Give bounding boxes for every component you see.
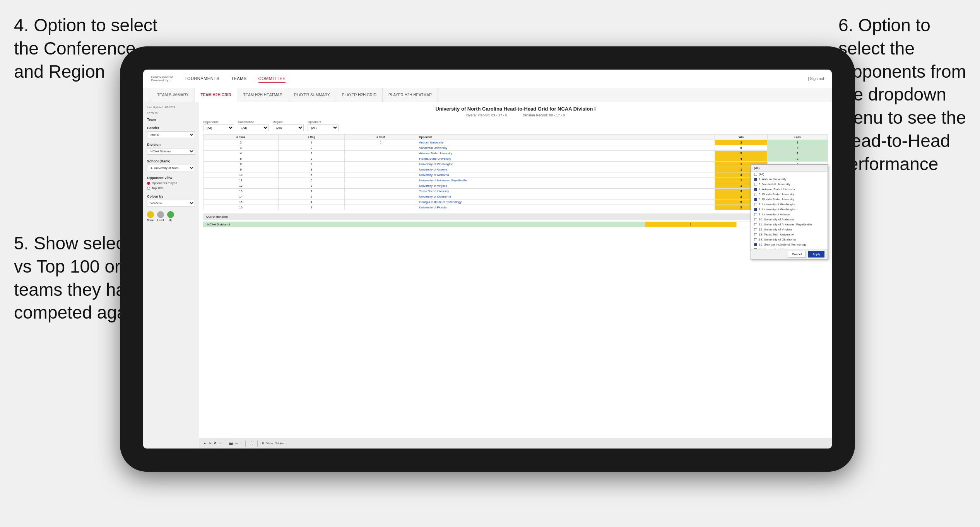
dropdown-item[interactable]: 15. Georgia Institute of Technology xyxy=(751,242,828,247)
dropdown-item[interactable]: 10. University of Alabama xyxy=(751,217,828,222)
cell-rank: 13 xyxy=(204,189,279,194)
overall-record-value: 89 - 17 - 0 xyxy=(491,113,507,117)
subnav-team-h2h-heatmap[interactable]: TEAM H2H HEATMAP xyxy=(237,88,288,102)
dropdown-item[interactable]: 11. University of Arkansas, Fayetteville xyxy=(751,222,828,227)
toolbar-home-icon[interactable]: ⌂ xyxy=(219,442,221,445)
out-division-header: Out of division xyxy=(203,213,828,220)
cell-opponent[interactable]: Texas Tech University xyxy=(417,189,715,194)
cell-reg: 2 xyxy=(278,194,344,200)
cell-conf xyxy=(345,172,417,178)
nav-tournaments[interactable]: TOURNAMENTS xyxy=(185,75,219,83)
cell-rank: 2 xyxy=(204,140,279,145)
table-row: 13 1 Texas Tech University 3 0 xyxy=(204,189,828,194)
toolbar-dot-icon[interactable]: · xyxy=(241,442,241,445)
conference-filter-select[interactable]: (All) xyxy=(238,125,269,131)
dropdown-item[interactable]: 13. Texas Tech University xyxy=(751,232,828,237)
team-section: Team xyxy=(147,118,195,121)
toolbar-undo-icon[interactable]: ↩ xyxy=(204,442,207,445)
dropdown-item-label: 6. Florida State University xyxy=(759,198,794,201)
table-row: 14 2 University of Oklahoma 2 2 xyxy=(204,194,828,200)
dropdown-item-label: 14. University of Oklahoma xyxy=(759,238,796,241)
gender-select[interactable]: Men's xyxy=(147,131,195,138)
subnav-player-h2h-heatmap[interactable]: PLAYER H2H HEATMAP xyxy=(383,88,438,102)
cell-reg: 1 xyxy=(278,189,344,194)
table-row: 11 6 University of Arkansas, Fayettevill… xyxy=(204,178,828,183)
cell-opponent[interactable]: Vanderbilt University xyxy=(417,145,715,151)
last-updated: Last Updated: 4/1/2024 xyxy=(147,106,195,109)
table-row: 16 2 University of Florida 5 1 xyxy=(204,205,828,210)
view-label-text: View: Original xyxy=(266,442,285,445)
apply-button[interactable]: Apply xyxy=(808,251,824,258)
cell-opponent[interactable]: University of Arkansas, Fayetteville xyxy=(417,178,715,183)
dropdown-item[interactable]: 3. Vanderbilt University xyxy=(751,182,828,187)
toolbar-redo-icon[interactable]: ↪ xyxy=(209,442,212,445)
colour-by-select[interactable]: Win/loss xyxy=(147,200,195,206)
dropdown-item[interactable]: 7. University of Washington xyxy=(751,202,828,207)
subnav-team-summary[interactable]: TEAM SUMMARY xyxy=(151,88,195,102)
opponent-view-section: Opponent View Opponents Played Top 100 xyxy=(147,176,195,190)
dropdown-item[interactable]: 4. Arizona State University xyxy=(751,187,828,192)
cell-rank: 11 xyxy=(204,178,279,183)
dropdown-item[interactable]: (All) xyxy=(751,172,828,177)
dropdown-item[interactable]: 6. Florida State University xyxy=(751,197,828,202)
monitor-icon: 🖥 xyxy=(262,442,265,445)
dropdown-item[interactable]: 2. Auburn University xyxy=(751,177,828,182)
sign-out-link[interactable]: | Sign out xyxy=(808,77,824,81)
radio-top-100[interactable]: Top 100 xyxy=(147,186,195,190)
table-row: 3 2 Vanderbilt University 0 4 xyxy=(204,145,828,151)
cell-opponent[interactable]: University of Arizona xyxy=(417,167,715,172)
dropdown-checkbox xyxy=(754,198,757,201)
dropdown-item[interactable]: 14. University of Oklahoma xyxy=(751,237,828,242)
cell-opponent[interactable]: Auburn University xyxy=(417,140,715,145)
cell-reg: 2 xyxy=(278,205,344,210)
cell-opponent[interactable]: University of Alabama xyxy=(417,172,715,178)
cell-opponent[interactable]: University of Florida xyxy=(417,205,715,210)
toolbar-dash-icon[interactable]: — xyxy=(235,442,238,445)
division-record: Division Record: 88 - 17 - 0 xyxy=(523,113,565,117)
region-filter-select[interactable]: (All) xyxy=(273,125,304,131)
gender-section: Gender Men's xyxy=(147,126,195,138)
view-label: 🖥 View: Original xyxy=(262,442,285,445)
toolbar-sep-1 xyxy=(225,440,225,447)
dropdown-item-label: 8. University of Washington xyxy=(759,208,796,211)
opponent-dropdown[interactable]: (All) (All)2. Auburn University3. Vander… xyxy=(751,164,828,259)
dropdown-item[interactable]: 5. Florida State University xyxy=(751,192,828,197)
last-updated-time: 16:55:38 xyxy=(147,112,195,114)
toolbar-clock-icon[interactable]: 🕐 xyxy=(250,442,253,445)
dropdown-checkbox xyxy=(754,223,757,226)
nav-teams[interactable]: TEAMS xyxy=(231,75,246,83)
division-label: Division xyxy=(147,143,195,147)
cancel-button[interactable]: Cancel xyxy=(788,251,806,258)
cell-opponent[interactable]: Arizona State University xyxy=(417,151,715,156)
cell-opponent[interactable]: University of Virginia xyxy=(417,183,715,189)
radio-opponents-played[interactable]: Opponents Played xyxy=(147,181,195,185)
cell-conf xyxy=(345,205,417,210)
cell-opponent[interactable]: Florida State University xyxy=(417,156,715,162)
dropdown-checkbox xyxy=(754,178,757,181)
opponent-view-label: Opponent View xyxy=(147,176,195,180)
top-nav: 5COREBOARD Powered by ... TOURNAMENTS TE… xyxy=(143,70,832,88)
dropdown-item[interactable]: 9. University of Arizona xyxy=(751,212,828,217)
opponent-filter-select[interactable]: (All) xyxy=(308,125,339,131)
cell-opponent[interactable]: University of Washington xyxy=(417,162,715,167)
cell-rank: 4 xyxy=(204,151,279,156)
annotation-top-right: 6. Option to select the Opponents from t… xyxy=(838,14,966,176)
grid-title: University of North Carolina Head-to-Hea… xyxy=(203,106,828,112)
subnav-player-summary[interactable]: PLAYER SUMMARY xyxy=(288,88,336,102)
col-opponent: Opponent xyxy=(417,135,715,140)
opponents-filter-select[interactable]: (All) xyxy=(203,125,234,131)
toolbar-camera-icon[interactable]: 📷 xyxy=(229,442,233,445)
dropdown-item[interactable]: 12. University of Virginia xyxy=(751,227,828,232)
cell-opponent[interactable]: Georgia Institute of Technology xyxy=(417,200,715,205)
cell-opponent[interactable]: University of Oklahoma xyxy=(417,194,715,200)
dropdown-item[interactable]: 8. University of Washington xyxy=(751,207,828,212)
logo: 5COREBOARD Powered by ... xyxy=(151,75,173,82)
toolbar-refresh-icon[interactable]: ↺ xyxy=(214,442,217,445)
division-record-label: Division Record: xyxy=(523,113,548,117)
division-select[interactable]: NCAA Division I xyxy=(147,148,195,155)
subnav-player-h2h-grid[interactable]: PLAYER H2H GRID xyxy=(336,88,383,102)
nav-committee[interactable]: COMMITTEE xyxy=(258,75,286,83)
school-select[interactable]: 1. University of Nort... xyxy=(147,165,195,171)
subnav-team-h2h-grid[interactable]: TEAM H2H GRID xyxy=(195,88,238,102)
dropdown-checkbox xyxy=(754,208,757,211)
